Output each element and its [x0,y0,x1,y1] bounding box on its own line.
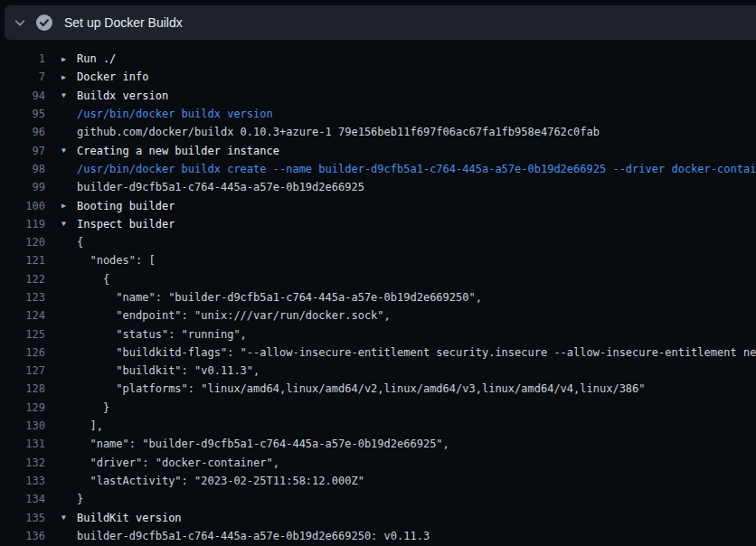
log-group-toggle[interactable]: ▶Booting builder [45,200,175,212]
line-number[interactable]: 95 [0,108,45,120]
log-line-text: { [77,273,109,286]
line-number[interactable]: 99 [0,181,45,193]
line-number[interactable]: 94 [0,89,45,102]
log-group-toggle[interactable]: ▼Buildx version [45,89,168,102]
log-text: builder-d9cfb5a1-c764-445a-a57e-0b19d2e6… [45,181,364,193]
line-number[interactable]: 136 [0,530,45,542]
step-header[interactable]: Set up Docker Buildx [5,5,756,40]
log-line: 100▶Booting builder [0,196,756,214]
log-text: "platforms": "linux/amd64,linux/amd64/v2… [45,382,646,395]
log-text: "endpoint": "unix:///var/run/docker.sock… [45,309,391,322]
line-number[interactable]: 122 [0,273,45,286]
line-number[interactable]: 7 [0,71,45,83]
triangle-collapsed-icon: ▶ [61,72,71,80]
log-line-text: "driver": "docker-container", [77,457,279,469]
triangle-expanded-icon: ▼ [61,220,71,228]
log-line-text: "lastActivity": "2023-02-25T11:58:12.000… [77,475,364,487]
log-line: 123 "name": "builder-d9cfb5a1-c764-445a-… [0,288,756,306]
log-line: 7▶Docker info [0,68,756,86]
log-text: "name": "builder-d9cfb5a1-c764-445a-a57e… [45,438,449,450]
line-number[interactable]: 124 [0,309,45,322]
line-number[interactable]: 121 [0,254,45,267]
log-group-toggle[interactable]: ▼Creating a new builder instance [45,145,279,157]
log-line-text: "endpoint": "unix:///var/run/docker.sock… [77,309,391,322]
log-line-text: builder-d9cfb5a1-c764-445a-a57e-0b19d2e6… [77,530,430,542]
log-text: "lastActivity": "2023-02-25T11:58:12.000… [45,475,364,487]
collapse-step-button[interactable] [5,5,35,40]
line-number[interactable]: 97 [0,145,45,157]
log-line-text: Creating a new builder instance [77,145,279,157]
log-group-toggle[interactable]: ▼BuildKit version [45,512,182,524]
log-line: 119▼Inspect builder [0,215,756,233]
log-line: 125 "status": "running", [0,325,756,343]
line-number[interactable]: 96 [0,126,45,138]
workflow-log-page: Set up Docker Buildx 1▶Run ./7▶Docker in… [0,0,756,546]
log-line-text: /usr/bin/docker buildx create --name bui… [77,163,756,175]
log-text: "driver": "docker-container", [45,457,279,469]
line-number[interactable]: 126 [0,346,45,359]
log-line-text: github.com/docker/buildx 0.10.3+azure-1 … [77,126,600,138]
log-line-text: "name": "builder-d9cfb5a1-c764-445a-a57e… [77,438,449,450]
log-line-text: "status": "running", [77,328,247,341]
log-text: github.com/docker/buildx 0.10.3+azure-1 … [45,126,600,138]
log-text: "name": "builder-d9cfb5a1-c764-445a-a57e… [45,291,482,304]
triangle-expanded-icon: ▼ [61,91,71,99]
line-number[interactable]: 125 [0,328,45,341]
log-group-toggle[interactable]: ▼Inspect builder [45,218,175,231]
log-text: { [45,273,109,286]
log-text: "nodes": [ [45,254,156,267]
log-text: builder-d9cfb5a1-c764-445a-a57e-0b19d2e6… [45,530,430,542]
log-line-text: "buildkit": "v0.11.3", [77,364,260,377]
log-line: 133 "lastActivity": "2023-02-25T11:58:12… [0,472,756,490]
triangle-expanded-icon: ▼ [61,513,71,522]
log-line-text: /usr/bin/docker buildx version [77,108,273,120]
log-line: 121 "nodes": [ [0,251,756,269]
line-number[interactable]: 129 [0,401,45,414]
log-text: "buildkit": "v0.11.3", [45,364,260,377]
log-line-text: ], [77,419,103,432]
triangle-collapsed-icon: ▶ [61,54,71,62]
log-line-text: "platforms": "linux/amd64,linux/amd64/v2… [77,382,646,395]
log-line: 130 ], [0,417,756,435]
log-line: 122 { [0,270,756,288]
log-text: } [45,493,83,505]
line-number[interactable]: 134 [0,493,45,505]
line-number[interactable]: 1 [0,52,45,65]
log-line: 96github.com/docker/buildx 0.10.3+azure-… [0,123,756,141]
log-line: 134} [0,490,756,508]
line-number[interactable]: 132 [0,457,45,469]
log-line: 1▶Run ./ [0,50,756,68]
log-text: { [45,236,83,249]
log-line-text: "nodes": [ [77,254,156,267]
line-number[interactable]: 128 [0,382,45,395]
log-viewer[interactable]: 1▶Run ./7▶Docker info94▼Buildx version95… [0,40,756,546]
log-line-text: "name": "builder-d9cfb5a1-c764-445a-a57e… [77,291,482,304]
line-number[interactable]: 100 [0,200,45,212]
log-line-text: Inspect builder [77,218,175,231]
chevron-down-icon [14,16,26,29]
triangle-expanded-icon: ▼ [61,146,71,155]
log-group-toggle[interactable]: ▶Docker info [45,71,148,83]
log-line: 94▼Buildx version [0,87,756,105]
log-line-text: Docker info [77,71,148,83]
line-number[interactable]: 119 [0,218,45,231]
line-number[interactable]: 127 [0,364,45,377]
log-group-toggle[interactable]: ▶Run ./ [45,52,116,65]
log-line-text: { [77,236,83,249]
line-number[interactable]: 120 [0,236,45,249]
line-number[interactable]: 133 [0,475,45,487]
line-number[interactable]: 130 [0,419,45,432]
log-line: 131 "name": "builder-d9cfb5a1-c764-445a-… [0,435,756,453]
check-circle-icon [35,14,53,32]
line-number[interactable]: 135 [0,512,45,524]
line-number[interactable]: 123 [0,291,45,304]
log-line: 129 } [0,399,756,417]
log-line-text: Booting builder [77,200,175,212]
line-number[interactable]: 131 [0,438,45,450]
line-number[interactable]: 98 [0,163,45,175]
log-line: 97▼Creating a new builder instance [0,141,756,159]
log-line-text: } [77,401,109,414]
log-line: 95/usr/bin/docker buildx version [0,105,756,123]
log-text: ], [45,419,103,432]
log-text: "buildkitd-flags": "--allow-insecure-ent… [45,346,756,359]
